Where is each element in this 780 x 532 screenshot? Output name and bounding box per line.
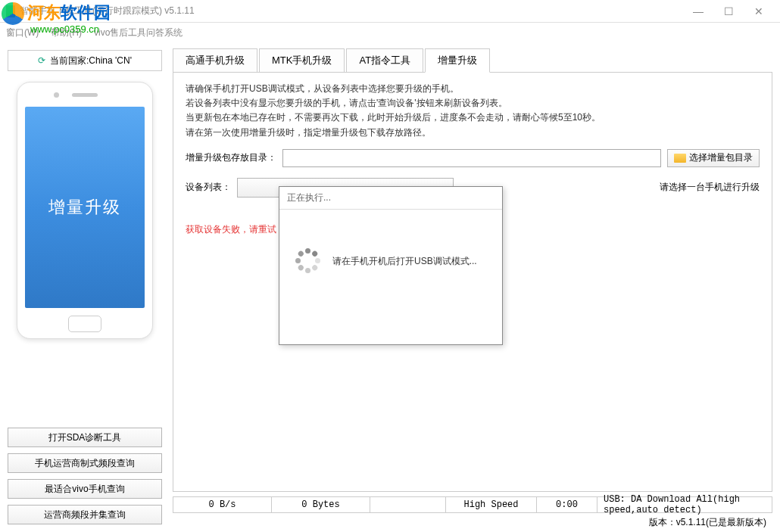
globe-icon: ⟳	[38, 55, 45, 66]
browse-package-button[interactable]: 选择增量包目录	[667, 149, 760, 167]
path-label: 增量升级包存放目录：	[186, 151, 276, 164]
status-progress	[370, 497, 446, 512]
tab-qualcomm[interactable]: 高通手机升级	[173, 48, 257, 72]
sidebar: ⟳ 当前国家:China 'CN' 增量升级 打开SDA诊断工具 手机运营商制式…	[0, 42, 170, 532]
folder-icon	[674, 154, 686, 163]
maximize-button[interactable]: ☐	[713, 0, 744, 23]
phone-screen-text: 增量升级	[25, 107, 145, 308]
package-path-input[interactable]	[282, 149, 661, 167]
tab-incremental[interactable]: 增量升级	[425, 48, 490, 73]
menu-window[interactable]: 窗口(W)	[6, 26, 39, 39]
status-usb: USB: DA Download All(high speed,auto det…	[597, 497, 772, 512]
menubar: 窗口(W) 帮助(H) vivo售后工具问答系统	[0, 23, 780, 42]
app-icon	[6, 5, 15, 17]
status-time: 0:00	[537, 497, 597, 512]
tab-bar: 高通手机升级 MTK手机升级 AT指令工具 增量升级	[173, 48, 772, 73]
tab-mtk[interactable]: MTK手机升级	[259, 48, 345, 72]
status-bar: 0 B/s 0 Bytes High Speed 0:00 USB: DA Do…	[173, 496, 772, 513]
status-mode: High Speed	[446, 497, 537, 512]
phone-preview: 增量升级	[8, 79, 162, 418]
tab-at-command[interactable]: AT指令工具	[346, 48, 423, 72]
titlebar: 智能手机下载工具(运行时跟踪模式) v5.1.11 — ☐ ✕	[0, 0, 780, 23]
carrier-band-query-button[interactable]: 手机运营商制式频段查询	[8, 453, 162, 473]
minimize-button[interactable]: —	[683, 0, 713, 23]
instructions: 请确保手机打开USB调试模式，从设备列表中选择您要升级的手机。 若设备列表中没有…	[186, 82, 760, 140]
window-title: 智能手机下载工具(运行时跟踪模式) v5.1.11	[20, 5, 683, 17]
dialog-title: 正在执行...	[279, 187, 502, 210]
menu-help[interactable]: 帮助(H)	[51, 26, 82, 39]
menu-vivo-qa[interactable]: vivo售后工具问答系统	[94, 26, 183, 39]
device-hint: 请选择一台手机进行升级	[660, 181, 760, 194]
status-speed: 0 B/s	[173, 497, 272, 512]
best-vivo-query-button[interactable]: 最适合vivo手机查询	[8, 479, 162, 499]
close-button[interactable]: ✕	[744, 0, 774, 23]
status-size: 0 Bytes	[272, 497, 370, 512]
version-label: 版本：v5.1.11(已是最新版本)	[173, 513, 772, 529]
progress-dialog: 正在执行... 请在手机开机后打开USB调试模式...	[279, 186, 503, 345]
carrier-band-union-button[interactable]: 运营商频段并集查询	[8, 505, 162, 524]
country-label: 当前国家:China 'CN'	[50, 54, 132, 67]
spinner-icon	[295, 247, 322, 275]
country-selector[interactable]: ⟳ 当前国家:China 'CN'	[8, 50, 162, 71]
open-sda-diagnostic-button[interactable]: 打开SDA诊断工具	[8, 428, 162, 447]
dialog-message: 请在手机开机后打开USB调试模式...	[332, 255, 477, 268]
device-list-label: 设备列表：	[186, 181, 231, 194]
